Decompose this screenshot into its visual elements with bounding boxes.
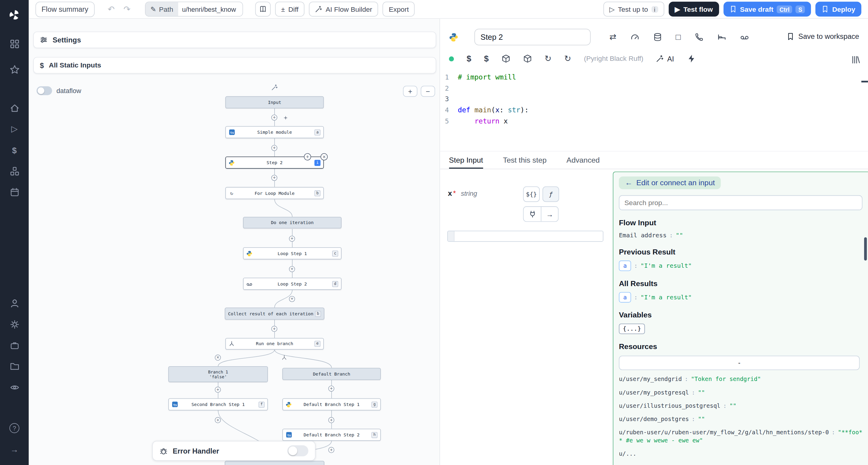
flow-node-branch-result[interactable]: Result of the chosen branch xyxy=(225,461,324,465)
code-editor[interactable]: 1# import wmill 2 3 4def main(x: str): 5… xyxy=(440,72,868,150)
test-up-to-button[interactable]: ▷Test up toi xyxy=(603,2,664,17)
folders-icon[interactable] xyxy=(0,356,29,377)
ai-flow-builder-button[interactable]: AI Flow Builder xyxy=(309,2,378,17)
collapse-arrow-icon[interactable]: → xyxy=(0,439,29,460)
test-flow-button[interactable]: ▶Test flow xyxy=(669,2,719,17)
flow-node-run-one-branch[interactable]: Run one branch e xyxy=(225,338,324,350)
refresh-icon[interactable]: ↻ xyxy=(564,54,571,63)
flow-node-second-branch-step-1[interactable]: ts Second Branch Step 1 f xyxy=(168,398,268,410)
database-icon[interactable] xyxy=(653,33,662,41)
favorites-star-icon[interactable] xyxy=(0,59,29,80)
function-button[interactable]: ƒ xyxy=(542,187,559,202)
undo-button[interactable]: ↶ xyxy=(105,2,117,17)
workers-briefcase-icon[interactable] xyxy=(0,335,29,356)
flow-node-loop-step-2[interactable]: Loop Step 2 d xyxy=(243,278,341,290)
apps-grid-icon[interactable] xyxy=(0,33,29,54)
error-handler-card[interactable]: Error Handler xyxy=(152,441,315,461)
flow-node-for-loop[interactable]: ↻ For Loop Module b xyxy=(225,187,324,199)
flow-node-loop-step-1[interactable]: Loop Step 1 c xyxy=(243,247,341,259)
settings-card[interactable]: Settings xyxy=(33,32,436,48)
flow-node-do-one-iteration[interactable]: Do one iteration xyxy=(243,217,341,229)
insert-step-button[interactable]: + xyxy=(289,266,295,272)
resource-select[interactable]: - xyxy=(619,356,860,370)
insert-step-button[interactable]: + xyxy=(215,387,221,393)
flow-node-simple-module[interactable]: ts Simple module a xyxy=(225,126,324,138)
flow-summary-button[interactable]: Flow summary xyxy=(36,1,95,17)
variables-dollar-icon[interactable]: $ xyxy=(0,139,29,161)
tab-step-input[interactable]: Step Input xyxy=(449,152,483,169)
error-handler-toggle[interactable] xyxy=(287,445,308,457)
flow-node-default-branch-step-1[interactable]: Default Branch Step 1 g xyxy=(282,398,381,410)
add-after-step2-button[interactable]: + xyxy=(304,153,311,161)
home-icon[interactable] xyxy=(0,97,29,119)
resource-row[interactable]: u/user/demo_postgres:"" xyxy=(619,415,862,424)
package-icon[interactable] xyxy=(523,54,532,63)
resource-row[interactable]: u/user/my_postgresql:"" xyxy=(619,388,862,397)
resources-boxes-icon[interactable] xyxy=(0,161,29,181)
search-prop-input[interactable] xyxy=(619,195,862,210)
refresh-icon[interactable]: ↻ xyxy=(545,54,552,63)
variables-button[interactable]: {...} xyxy=(619,324,645,334)
resource-row[interactable]: u/... xyxy=(619,450,862,458)
insert-step-button[interactable]: + xyxy=(271,145,277,151)
flow-node-collect-result[interactable]: Collect result of each iteration b xyxy=(225,307,324,320)
edit-or-connect-button[interactable]: ← Edit or connect an input xyxy=(619,176,721,189)
flow-input-row[interactable]: Email address:"" xyxy=(619,231,862,240)
help-icon[interactable]: ? xyxy=(0,418,29,439)
previous-result-row[interactable]: a:"I'm a result" xyxy=(619,261,862,271)
flow-node-input[interactable]: Input xyxy=(225,96,324,108)
scrollbar-thumb[interactable] xyxy=(864,237,867,261)
step-name-input[interactable] xyxy=(474,29,591,45)
arrow-right-icon[interactable]: → xyxy=(541,207,558,221)
export-button[interactable]: Export xyxy=(383,2,415,17)
deploy-button[interactable]: Deploy xyxy=(815,2,861,17)
flow-node-branch-1[interactable]: Branch 1 'false' xyxy=(168,366,268,382)
zoom-in-button[interactable]: + xyxy=(403,86,417,97)
insert-step-button[interactable]: + xyxy=(215,417,221,423)
lightning-icon[interactable] xyxy=(687,54,695,63)
insert-step-button[interactable]: + xyxy=(328,447,334,453)
insert-step-button[interactable]: + xyxy=(328,386,334,392)
redo-button[interactable]: ↷ xyxy=(121,2,133,17)
phone-icon[interactable] xyxy=(694,33,703,41)
path-chip[interactable]: ✎ Path xyxy=(145,2,178,16)
flow-canvas[interactable]: Settings $ All Static Inputs dataflow + … xyxy=(29,19,440,465)
remove-step2-button[interactable]: × xyxy=(320,153,328,161)
dollar-icon[interactable]: $ xyxy=(467,54,471,63)
plug-icon[interactable] xyxy=(524,207,541,221)
remove-branch-button[interactable]: × xyxy=(215,355,221,361)
argument-value-input[interactable] xyxy=(447,231,603,242)
square-icon[interactable]: □ xyxy=(676,33,681,41)
docs-book-button[interactable] xyxy=(255,2,270,17)
schedules-calendar-icon[interactable] xyxy=(0,181,29,202)
resource-row[interactable]: u/ruben-user/u/ruben-user/my_flow_2/g/al… xyxy=(619,428,862,445)
insert-step-button[interactable]: + xyxy=(271,175,277,181)
resource-row[interactable]: u/user/my_sendgrid:"Token for sendgrid" xyxy=(619,375,862,384)
insert-step-button[interactable]: + xyxy=(271,114,277,121)
audit-eye-icon[interactable] xyxy=(0,377,29,398)
package-icon[interactable] xyxy=(501,54,510,63)
library-icon[interactable] xyxy=(851,56,860,64)
save-draft-button[interactable]: Save draftCtrlS xyxy=(723,2,811,17)
zoom-out-button[interactable]: − xyxy=(421,86,435,97)
insert-step-button[interactable]: + xyxy=(289,235,295,241)
swap-icon[interactable]: ⇄ xyxy=(610,33,616,41)
sleep-bed-icon[interactable] xyxy=(717,33,726,41)
diff-button[interactable]: ±Diff xyxy=(275,2,305,17)
static-inputs-card[interactable]: $ All Static Inputs xyxy=(33,57,436,73)
runs-play-icon[interactable]: ▷ xyxy=(0,119,29,139)
resource-row[interactable]: u/user/illustrious_postgresql:"" xyxy=(619,401,862,410)
save-to-workspace-button[interactable]: Save to workspace xyxy=(786,32,859,41)
flow-node-default-branch[interactable]: Default Branch xyxy=(282,368,381,380)
tab-test-this-step[interactable]: Test this step xyxy=(503,152,547,169)
template-expr-button[interactable]: ${} xyxy=(523,187,540,202)
wand-icon[interactable] xyxy=(271,84,278,91)
argument-value-field[interactable] xyxy=(455,231,603,241)
insert-step-button[interactable]: + xyxy=(271,326,277,332)
path-input[interactable] xyxy=(178,2,242,16)
flow-node-default-branch-step-2[interactable]: ts Default Branch Step 2 h xyxy=(282,429,381,441)
windmill-logo[interactable] xyxy=(0,4,29,26)
add-branch-icon[interactable] xyxy=(281,355,287,361)
ai-button[interactable]: AI xyxy=(656,55,674,63)
ai-sparkle-icon[interactable] xyxy=(283,115,288,121)
